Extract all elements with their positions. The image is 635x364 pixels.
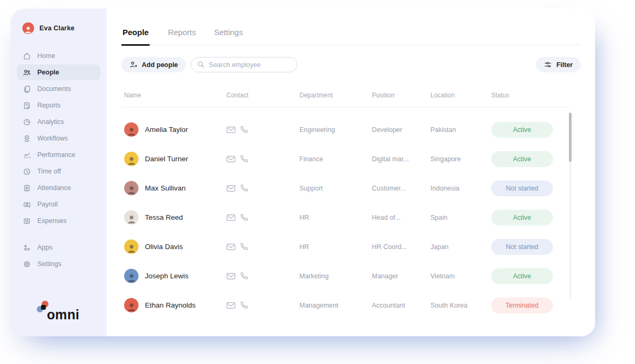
user-avatar bbox=[22, 22, 34, 34]
email-icon[interactable] bbox=[226, 126, 235, 134]
logo-text: omni bbox=[47, 307, 79, 322]
filter-button[interactable]: Filter bbox=[536, 57, 581, 72]
sidebar-item-time-off[interactable]: Time off bbox=[17, 163, 100, 179]
table-row[interactable]: Amelia Taylor Engineering Developer Paki… bbox=[121, 115, 569, 144]
column-header-name: Name bbox=[124, 92, 226, 99]
email-icon[interactable] bbox=[226, 214, 235, 221]
email-icon[interactable] bbox=[226, 155, 235, 163]
sidebar-item-workflows[interactable]: Workflows bbox=[17, 130, 100, 146]
table-header: Name Contact Department Position Locatio… bbox=[121, 92, 569, 107]
column-header-status: Status bbox=[491, 92, 569, 99]
table-row[interactable]: Tessa Reed HR Head of... Spain Active bbox=[121, 203, 569, 232]
add-people-label: Add people bbox=[142, 61, 178, 69]
sidebar-item-attendance[interactable]: Attendance bbox=[17, 180, 100, 196]
sidebar-item-people[interactable]: People bbox=[17, 64, 100, 80]
sidebar-item-home[interactable]: Home bbox=[17, 48, 100, 64]
payroll-icon bbox=[23, 201, 31, 209]
phone-icon[interactable] bbox=[240, 301, 248, 309]
table-row[interactable]: Olivia Davis HR HR Coord... Japan Not st… bbox=[121, 232, 569, 261]
employee-position: Manager bbox=[372, 272, 430, 280]
employee-avatar bbox=[124, 152, 139, 166]
employee-position: HR Coord... bbox=[372, 243, 430, 251]
employee-avatar bbox=[124, 298, 139, 312]
email-icon[interactable] bbox=[226, 243, 235, 251]
settings-icon bbox=[23, 260, 31, 268]
apps-icon bbox=[23, 244, 31, 252]
sidebar-item-label: Payroll bbox=[37, 201, 58, 208]
sidebar-item-performance[interactable]: Performance bbox=[17, 147, 100, 163]
sidebar-item-analytics[interactable]: Analytics bbox=[17, 114, 100, 130]
add-people-button[interactable]: Add people bbox=[121, 57, 186, 72]
time-off-icon bbox=[23, 168, 31, 176]
employee-name: Amelia Taylor bbox=[145, 126, 188, 134]
employee-name: Daniel Turner bbox=[145, 155, 188, 163]
phone-icon[interactable] bbox=[240, 155, 248, 163]
toolbar: Add people Filter bbox=[121, 57, 581, 72]
phone-icon[interactable] bbox=[240, 243, 248, 251]
sidebar-nav: Home People Documents Reports Analytics bbox=[17, 48, 100, 229]
status-badge: Active bbox=[491, 210, 553, 226]
employee-department: Marketing bbox=[299, 272, 372, 280]
email-icon[interactable] bbox=[226, 185, 235, 192]
sidebar-item-expenses[interactable]: Expenses bbox=[17, 213, 100, 229]
sidebar: Eva Clarke Home People Documents Repor bbox=[11, 9, 107, 336]
phone-icon[interactable] bbox=[240, 272, 248, 280]
search-input[interactable] bbox=[191, 57, 297, 72]
phone-icon[interactable] bbox=[240, 184, 248, 192]
employee-location: Pakistan bbox=[430, 126, 491, 134]
employee-department: Support bbox=[299, 185, 372, 192]
status-badge: Active bbox=[491, 151, 553, 167]
app-window: Eva Clarke Home People Documents Repor bbox=[11, 9, 595, 336]
sidebar-item-apps[interactable]: Apps bbox=[17, 239, 100, 255]
employee-position: Accountant bbox=[372, 302, 430, 309]
home-icon bbox=[23, 52, 31, 60]
sidebar-item-documents[interactable]: Documents bbox=[17, 81, 100, 97]
sidebar-item-label: Home bbox=[37, 52, 55, 60]
employee-avatar bbox=[124, 210, 139, 225]
workflows-icon bbox=[23, 135, 31, 143]
sidebar-item-payroll[interactable]: Payroll bbox=[17, 196, 100, 212]
employee-location: Indonesia bbox=[430, 185, 491, 192]
reports-icon bbox=[23, 102, 31, 110]
employee-table: Amelia Taylor Engineering Developer Paki… bbox=[121, 107, 569, 320]
employee-avatar bbox=[124, 181, 139, 195]
employee-department: HR bbox=[299, 214, 372, 221]
tab-reports[interactable]: Reports bbox=[168, 28, 196, 45]
employee-name: Olivia Davis bbox=[145, 243, 183, 251]
employee-position: Developer bbox=[372, 126, 430, 134]
email-icon[interactable] bbox=[226, 302, 235, 309]
employee-name: Joseph Lewis bbox=[145, 272, 189, 280]
employee-name: Ethan Raynolds bbox=[145, 301, 196, 309]
email-icon[interactable] bbox=[226, 272, 235, 280]
tab-settings[interactable]: Settings bbox=[214, 28, 243, 45]
employee-location: Spain bbox=[430, 214, 491, 221]
people-icon bbox=[23, 69, 31, 77]
analytics-icon bbox=[23, 118, 31, 126]
status-badge: Terminated bbox=[491, 297, 553, 313]
phone-icon[interactable] bbox=[240, 213, 248, 221]
sidebar-nav-secondary: Apps Settings bbox=[17, 239, 100, 272]
sidebar-item-label: People bbox=[37, 69, 59, 76]
employee-avatar bbox=[124, 122, 139, 137]
table-row[interactable]: Max Sullivan Support Customer... Indones… bbox=[121, 173, 569, 203]
table-row[interactable]: Joseph Lewis Marketing Manager Vietnam A… bbox=[121, 261, 569, 291]
phone-icon[interactable] bbox=[240, 126, 248, 134]
table-row[interactable]: Daniel Turner Finance Digital mar... Sin… bbox=[121, 144, 569, 173]
sidebar-item-reports[interactable]: Reports bbox=[17, 97, 100, 113]
employee-name: Max Sullivan bbox=[145, 184, 186, 192]
scrollbar-thumb[interactable] bbox=[569, 113, 572, 162]
status-badge: Active bbox=[491, 122, 553, 138]
search-icon bbox=[197, 61, 205, 68]
sidebar-item-label: Performance bbox=[37, 151, 76, 159]
employee-avatar bbox=[124, 269, 139, 283]
sidebar-item-settings[interactable]: Settings bbox=[17, 256, 100, 272]
attendance-icon bbox=[23, 184, 31, 192]
tab-people[interactable]: People bbox=[121, 28, 150, 46]
scrollbar-track bbox=[569, 112, 572, 299]
employee-avatar bbox=[124, 239, 139, 254]
column-header-contact: Contact bbox=[226, 92, 299, 99]
user-profile[interactable]: Eva Clarke bbox=[17, 22, 100, 34]
employee-location: Japan bbox=[430, 243, 491, 251]
table-row[interactable]: Ethan Raynolds Management Accountant Sou… bbox=[121, 291, 569, 320]
column-header-position: Position bbox=[372, 92, 430, 99]
